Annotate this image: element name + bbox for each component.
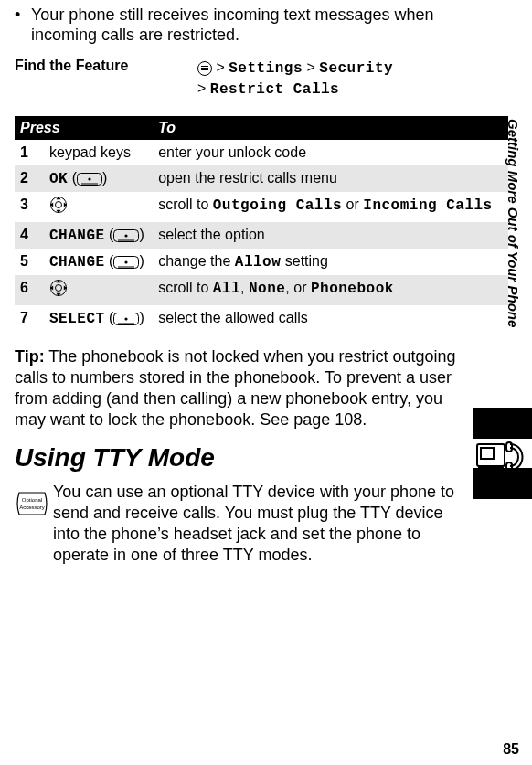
step-number: 2 xyxy=(15,165,44,192)
softkey-icon xyxy=(77,173,102,186)
table-row: 3 scroll to Outgoing Calls or Incoming C… xyxy=(15,192,508,222)
bullet-item: • Your phone still receives incoming tex… xyxy=(15,5,508,45)
accessory-label-line1: Optional xyxy=(22,497,42,503)
svg-point-11 xyxy=(125,260,128,263)
to-text: , or xyxy=(285,280,311,295)
to-code: Incoming Calls xyxy=(363,197,492,214)
nav-key-icon xyxy=(49,279,68,302)
nav-key-icon xyxy=(49,196,68,218)
path-sep: > xyxy=(216,59,229,75)
path-sep: > xyxy=(303,59,319,75)
press-cell: CHANGE () xyxy=(44,249,153,275)
accessory-label-line2: Accessory xyxy=(19,505,45,510)
tip-text: The phonebook is not locked when you res… xyxy=(15,347,456,429)
step-number: 6 xyxy=(15,275,44,305)
bullet-text: Your phone still receives incoming text … xyxy=(31,5,472,45)
table-row: 5 CHANGE () change the Allow setting xyxy=(15,249,508,275)
softkey-icon xyxy=(113,313,139,325)
to-cell: scroll to Outgoing Calls or Incoming Cal… xyxy=(153,192,508,222)
to-cell: select the allowed calls xyxy=(153,305,508,332)
to-cell: change the Allow setting xyxy=(153,249,508,275)
tty-text: You can use an optional TTY device with … xyxy=(53,482,472,566)
tty-device-icon xyxy=(473,408,532,499)
svg-point-19 xyxy=(125,317,128,320)
step-number: 1 xyxy=(15,140,44,165)
to-text: , xyxy=(240,280,249,295)
path-item: Security xyxy=(319,60,393,77)
bullet-marker: • xyxy=(15,5,31,45)
table-header-row: Press To xyxy=(15,116,508,140)
press-cell: OK () xyxy=(44,165,153,192)
press-cell: SELECT () xyxy=(44,305,153,332)
svg-rect-23 xyxy=(481,448,494,459)
col-press: Press xyxy=(15,116,153,140)
find-feature-row: Find the Feature > Settings > Security >… xyxy=(15,58,508,100)
step-number: 7 xyxy=(15,305,44,332)
step-number: 3 xyxy=(15,192,44,222)
to-text: or xyxy=(342,197,363,212)
tip-label: Tip: xyxy=(15,347,45,366)
svg-rect-20 xyxy=(473,408,532,439)
to-cell: scroll to All, None, or Phonebook xyxy=(153,275,508,305)
press-label: SELECT xyxy=(49,311,105,327)
find-feature-value: > Settings > Security > Restrict Calls xyxy=(197,58,393,100)
to-text: setting xyxy=(281,253,328,269)
section-heading: Using TTY Mode xyxy=(15,443,508,473)
menu-icon xyxy=(197,61,212,76)
press-label: CHANGE xyxy=(49,228,105,244)
table-row: 2 OK () open the restrict calls menu xyxy=(15,165,508,192)
svg-point-3 xyxy=(56,202,62,208)
to-text: scroll to xyxy=(158,197,213,212)
press-label: OK xyxy=(49,171,68,187)
softkey-icon xyxy=(113,256,139,269)
steps-table: Press To 1 keypad keys enter your unlock… xyxy=(15,116,508,332)
press-cell xyxy=(44,192,153,222)
tty-paragraph: Optional Accessory You can use an option… xyxy=(15,482,508,566)
table-row: 1 keypad keys enter your unlock code xyxy=(15,140,508,165)
svg-point-13 xyxy=(56,285,62,292)
svg-rect-25 xyxy=(506,442,512,452)
press-cell: CHANGE () xyxy=(44,222,153,249)
svg-point-9 xyxy=(125,234,128,237)
press-cell: keypad keys xyxy=(44,140,153,165)
find-feature-label: Find the Feature xyxy=(15,58,197,74)
to-code: Phonebook xyxy=(311,281,394,297)
table-row: 6 scroll to All, None, or Phonebook xyxy=(15,275,508,305)
optional-accessory-icon: Optional Accessory xyxy=(15,482,53,566)
path-item: Settings xyxy=(229,60,303,77)
svg-rect-21 xyxy=(473,468,532,499)
tip-paragraph: Tip: The phonebook is not locked when yo… xyxy=(15,346,508,430)
path-item: Restrict Calls xyxy=(210,81,339,98)
side-section-label: Getting More Out of Your Phone xyxy=(505,119,521,327)
step-number: 4 xyxy=(15,222,44,249)
softkey-icon xyxy=(113,229,139,242)
path-sep: > xyxy=(197,80,210,96)
step-number: 5 xyxy=(15,249,44,275)
page-number: 85 xyxy=(503,741,519,758)
col-to: To xyxy=(153,116,508,140)
to-code: Outgoing Calls xyxy=(213,197,342,214)
to-code: All xyxy=(213,281,240,297)
table-row: 7 SELECT () select the allowed calls xyxy=(15,305,508,332)
svg-point-1 xyxy=(88,177,90,180)
to-code: Allow xyxy=(235,254,282,271)
press-cell xyxy=(44,275,153,305)
to-cell: enter your unlock code xyxy=(153,140,508,165)
to-cell: select the option xyxy=(153,222,508,249)
to-text: change the xyxy=(158,253,235,269)
table-row: 4 CHANGE () select the option xyxy=(15,222,508,249)
to-code: None xyxy=(249,281,285,297)
press-label: CHANGE xyxy=(49,254,105,271)
to-cell: open the restrict calls menu xyxy=(153,165,508,192)
to-text: scroll to xyxy=(158,280,213,295)
